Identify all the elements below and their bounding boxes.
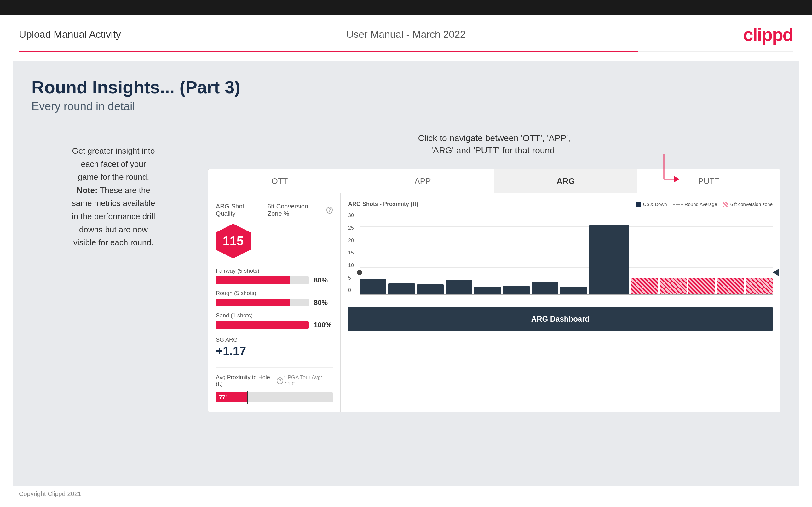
chart-bar-2 — [388, 283, 415, 294]
sg-section: SG ARG +1.17 — [216, 337, 333, 358]
chart-grid: 8 — [359, 213, 773, 294]
right-column: Click to navigate between 'OTT', 'APP','… — [208, 132, 780, 412]
arg-shot-quality-label: ARG Shot Quality — [216, 203, 260, 217]
chart-bar-8 — [560, 287, 587, 294]
legend-conversion-label: 6 ft conversion zone — [730, 202, 773, 207]
legend-box-icon — [636, 202, 641, 207]
arg-section-header: ARG Shot Quality 6ft Conversion Zone % ? — [216, 203, 333, 217]
arg-dashboard-button[interactable]: ARG Dashboard — [348, 307, 773, 331]
legend-up-down-label: Up & Down — [643, 202, 667, 207]
chart-bar-7 — [531, 282, 558, 294]
chart-title: ARG Shots - Proximity (ft) — [348, 201, 418, 208]
sg-label: SG ARG — [216, 337, 333, 343]
bar-rough-pct: 80% — [314, 298, 333, 307]
bar-fairway-label: Fairway (5 shots) — [216, 268, 333, 274]
dashed-line: 8 — [359, 272, 773, 272]
legend-round-avg-label: Round Average — [685, 202, 717, 207]
arg-right-panel: ARG Shots - Proximity (ft) Up & Down Rou… — [341, 193, 780, 412]
proximity-value: 77' — [219, 394, 226, 401]
chart-bar-1 — [359, 279, 386, 294]
content-grid: Get greater insight intoeach facet of yo… — [32, 132, 780, 412]
chart-bar-tall — [589, 225, 629, 294]
proximity-label-text: Avg Proximity to Hole (ft) — [216, 374, 275, 387]
proximity-help-icon[interactable]: ? — [277, 377, 283, 384]
bar-fairway: Fairway (5 shots) 80% — [216, 268, 333, 284]
upload-label: Upload Manual Activity — [19, 29, 121, 40]
legend-hatch-icon — [723, 202, 728, 207]
y-axis: 30 25 20 15 10 5 0 — [348, 213, 354, 294]
bar-sand-fill — [216, 321, 309, 329]
bar-sand-pct: 100% — [314, 321, 333, 329]
pga-tour-label: ↑ PGA Tour Avg: 7'10" — [283, 375, 333, 387]
legend-round-avg: Round Average — [673, 202, 717, 207]
chart-inner-wrap: 30 25 20 15 10 5 0 — [348, 213, 773, 294]
conversion-zone-label: 6ft Conversion Zone % — [267, 203, 324, 217]
bar-sand: Sand (1 shots) 100% — [216, 313, 333, 329]
copyright: Copyright Clippd 2021 — [19, 490, 81, 498]
hex-score-shape: 115 — [216, 224, 251, 258]
tab-arg[interactable]: ARG — [494, 169, 638, 193]
tabs-row: OTT APP ARG PUTT — [208, 169, 780, 193]
hex-score-value: 115 — [223, 234, 244, 248]
chart-bar-5 — [474, 287, 501, 294]
hexagon-container: 115 — [216, 224, 333, 258]
chart-bar-6 — [503, 286, 530, 294]
dashed-line-marker — [773, 269, 779, 276]
chart-bar-hatch-5 — [746, 278, 773, 294]
legend-dashed-icon — [673, 204, 683, 205]
clippd-logo: clippd — [743, 24, 793, 45]
legend-conversion: 6 ft conversion zone — [723, 202, 773, 207]
header: Upload Manual Activity User Manual - Mar… — [0, 15, 812, 51]
proximity-cursor — [247, 391, 248, 404]
annotation-arrow — [658, 154, 683, 193]
chart-bar-4 — [446, 280, 472, 294]
header-center-label: User Manual - March 2022 — [346, 29, 466, 40]
bars-container — [359, 213, 773, 294]
page-title: Round Insights... (Part 3) — [32, 77, 780, 97]
chart-bar-3 — [417, 284, 444, 294]
page-subtitle: Every round in detail — [32, 100, 780, 113]
svg-marker-2 — [674, 176, 680, 182]
panel-content: ARG Shot Quality 6ft Conversion Zone % ?… — [208, 193, 780, 412]
bar-rough-fill — [216, 299, 290, 306]
bar-fairway-fill — [216, 277, 290, 284]
bar-rough-label: Rough (5 shots) — [216, 290, 333, 297]
annotation-text: Click to navigate between 'OTT', 'APP','… — [418, 132, 571, 157]
chart-header: ARG Shots - Proximity (ft) Up & Down Rou… — [348, 201, 773, 208]
note-label: Note: — [77, 185, 97, 195]
proximity-bar: 77' — [216, 392, 333, 402]
chart-bar-hatch-4 — [717, 278, 744, 294]
top-bar — [0, 0, 812, 15]
chart-bar-hatch-2 — [660, 278, 687, 294]
left-column: Get greater insight intoeach facet of yo… — [32, 132, 195, 249]
chart-bar-hatch-1 — [631, 278, 658, 294]
bar-rough: Rough (5 shots) 80% — [216, 290, 333, 307]
help-icon[interactable]: ? — [326, 207, 333, 214]
main-content: Round Insights... (Part 3) Every round i… — [13, 61, 799, 486]
header-divider — [19, 51, 793, 52]
legend-up-down: Up & Down — [636, 202, 667, 207]
sg-value: +1.17 — [216, 344, 333, 358]
proximity-bar-fill: 77' — [216, 392, 247, 402]
insight-text: Get greater insight intoeach facet of yo… — [32, 145, 195, 249]
bar-fairway-pct: 80% — [314, 276, 333, 284]
bar-sand-label: Sand (1 shots) — [216, 313, 333, 319]
dashboard-panel: OTT APP ARG PUTT ARG Shot Quality 6ft Co… — [208, 169, 780, 412]
proximity-section: Avg Proximity to Hole (ft) ? ↑ PGA Tour … — [216, 368, 333, 402]
chart-area: 30 25 20 15 10 5 0 — [348, 213, 773, 301]
tab-ott[interactable]: OTT — [208, 169, 351, 193]
chart-legend: Up & Down Round Average 6 ft conversion … — [636, 202, 773, 207]
chart-bar-hatch-3 — [689, 278, 715, 294]
arg-left-panel: ARG Shot Quality 6ft Conversion Zone % ?… — [208, 193, 341, 412]
tab-app[interactable]: APP — [351, 169, 494, 193]
